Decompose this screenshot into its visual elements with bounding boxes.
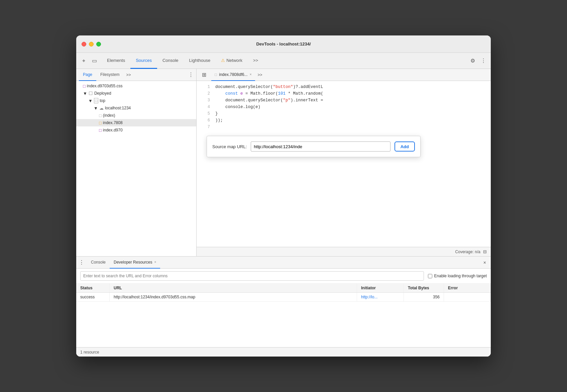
- tab-page[interactable]: Page: [79, 69, 96, 81]
- dev-resources-table: Status URL Initiator Total Bytes Error s…: [76, 284, 491, 347]
- cell-initiator: http://lo...: [357, 293, 404, 301]
- cell-error: [444, 293, 491, 301]
- col-header-initiator: Initiator: [357, 284, 404, 292]
- toolbar-tabs: Elements Sources Console Lighthouse ⚠ Ne…: [102, 53, 468, 69]
- tab-console-bottom[interactable]: Console: [87, 257, 110, 269]
- source-map-add-button[interactable]: Add: [394, 141, 415, 152]
- code-tab-close-icon[interactable]: ×: [250, 73, 252, 76]
- sidebar-toggle-icon[interactable]: ⊞: [199, 70, 209, 80]
- cloud-icon: ☁: [99, 106, 104, 111]
- code-line: 4 console.log(e): [197, 104, 491, 110]
- list-item[interactable]: □ index.d970: [76, 126, 196, 134]
- minimize-button[interactable]: [89, 42, 94, 46]
- toolbar: ⌖ ▭ Elements Sources Console Lighthouse …: [76, 53, 491, 69]
- folder-deployed-icon: ▼: [83, 91, 87, 96]
- tab-developer-resources[interactable]: Developer Resources ×: [110, 257, 160, 269]
- source-map-input[interactable]: [251, 141, 390, 152]
- cube-icon: ☐: [89, 91, 93, 96]
- col-header-url: URL: [110, 284, 357, 292]
- source-map-popup: Source map URL: Add: [207, 136, 421, 157]
- coverage-label: Coverage: n/a: [455, 250, 480, 254]
- toolbar-icons: ⌖ ▭: [79, 56, 99, 66]
- folder-localhost-icon: ▼: [94, 106, 98, 111]
- more-code-tabs-button[interactable]: >>: [256, 72, 264, 78]
- col-header-bytes: Total Bytes: [404, 284, 444, 292]
- bottom-panel-close-icon[interactable]: ×: [481, 259, 488, 266]
- list-item[interactable]: ▼ □ top: [76, 97, 196, 104]
- left-panel: Page Filesystem >> ⋮ □ index.d9703d55.cs…: [76, 69, 197, 256]
- list-item[interactable]: □ index.7808: [76, 119, 196, 126]
- inspect-icon[interactable]: ⌖: [79, 56, 88, 66]
- coverage-icon[interactable]: ⊟: [483, 249, 487, 254]
- index-file-icon: □: [99, 113, 102, 118]
- bottom-status-bar: 1 resource: [76, 347, 491, 357]
- code-area: 1 document.querySelector("button")?.addE…: [197, 81, 491, 247]
- settings-icon[interactable]: ⚙: [468, 56, 477, 66]
- file-tree: □ index.d9703d55.css ▼ ☐ Deployed ▼ □ to…: [76, 81, 196, 256]
- tab-elements[interactable]: Elements: [102, 53, 130, 69]
- code-line: 2 const e = Math.floor(101 * Math.random…: [197, 90, 491, 97]
- code-tabs: ⊞ □ index.7808df6... × >>: [197, 69, 491, 81]
- source-map-label: Source map URL:: [212, 144, 247, 149]
- search-bar: Enable loading through target: [76, 269, 491, 284]
- device-icon[interactable]: ▭: [90, 56, 99, 66]
- title-bar: DevTools - localhost:1234/: [76, 35, 491, 53]
- panel-tabs: Page Filesystem >> ⋮: [76, 69, 196, 81]
- bottom-tabs: ⋮ Console Developer Resources × ×: [76, 257, 491, 269]
- devtools-window: DevTools - localhost:1234/ ⌖ ▭ Elements …: [76, 35, 491, 357]
- code-line: 5 }: [197, 110, 491, 117]
- window-title: DevTools - localhost:1234/: [256, 41, 311, 46]
- list-item[interactable]: □ (index): [76, 112, 196, 119]
- css2-file-icon: □: [99, 128, 102, 133]
- enable-loading-checkbox-label: Enable loading through target: [428, 274, 487, 278]
- panel-menu-icon[interactable]: ⋮: [188, 72, 194, 78]
- more-tabs-button[interactable]: >>: [248, 53, 263, 69]
- right-status-bar: Coverage: n/a ⊟: [197, 247, 491, 256]
- cell-status: success: [76, 293, 110, 301]
- folder-top-icon: ▼: [88, 98, 93, 103]
- css-file-icon: □: [83, 84, 86, 89]
- col-header-status: Status: [76, 284, 110, 292]
- fullscreen-button[interactable]: [96, 42, 101, 46]
- code-tab-active[interactable]: □ index.7808df6... ×: [211, 69, 255, 81]
- cell-bytes: 356: [404, 293, 444, 301]
- cell-url: http://localhost:1234/index.d9703d55.css…: [110, 293, 357, 301]
- code-line: 7: [197, 124, 491, 130]
- enable-loading-checkbox[interactable]: [428, 274, 432, 278]
- tab-filesystem[interactable]: Filesystem: [96, 69, 123, 81]
- code-tab-file-icon: □: [215, 72, 217, 77]
- more-panel-tabs-button[interactable]: >>: [125, 72, 132, 78]
- close-button[interactable]: [82, 42, 86, 46]
- list-item[interactable]: ▼ ☁ localhost:1234: [76, 104, 196, 112]
- table-header: Status URL Initiator Total Bytes Error: [76, 284, 491, 293]
- tab-lighthouse[interactable]: Lighthouse: [184, 53, 216, 69]
- list-item[interactable]: ▼ ☐ Deployed: [76, 90, 196, 97]
- code-line: 1 document.querySelector("button")?.addE…: [197, 84, 491, 90]
- tab-sources[interactable]: Sources: [130, 53, 157, 69]
- js-file-icon: □: [99, 120, 102, 125]
- developer-resources-tab-close-icon[interactable]: ×: [154, 260, 156, 264]
- code-line: 3 document.querySelector("p").innerText …: [197, 97, 491, 104]
- search-right: Enable loading through target: [428, 274, 487, 278]
- resource-count: 1 resource: [80, 350, 99, 355]
- code-line: 6 ));: [197, 117, 491, 124]
- table-row[interactable]: success http://localhost:1234/index.d970…: [76, 293, 491, 302]
- warning-icon: ⚠: [221, 58, 225, 63]
- tab-console[interactable]: Console: [157, 53, 184, 69]
- traffic-lights: [82, 42, 101, 46]
- bottom-panel-menu-icon[interactable]: ⋮: [79, 259, 84, 266]
- col-header-error: Error: [444, 284, 491, 292]
- right-panel: ⊞ □ index.7808df6... × >> 1 document.que…: [197, 69, 491, 256]
- tab-network[interactable]: ⚠ Network: [216, 53, 248, 69]
- bottom-panel: ⋮ Console Developer Resources × × Enable…: [76, 256, 491, 357]
- rect-icon: □: [94, 98, 98, 103]
- main-content: Page Filesystem >> ⋮ □ index.d9703d55.cs…: [76, 69, 491, 256]
- search-input[interactable]: [80, 271, 424, 281]
- toolbar-right: ⚙ ⋮: [468, 56, 488, 66]
- list-item[interactable]: □ index.d9703d55.css: [76, 82, 196, 90]
- menu-icon[interactable]: ⋮: [479, 56, 488, 66]
